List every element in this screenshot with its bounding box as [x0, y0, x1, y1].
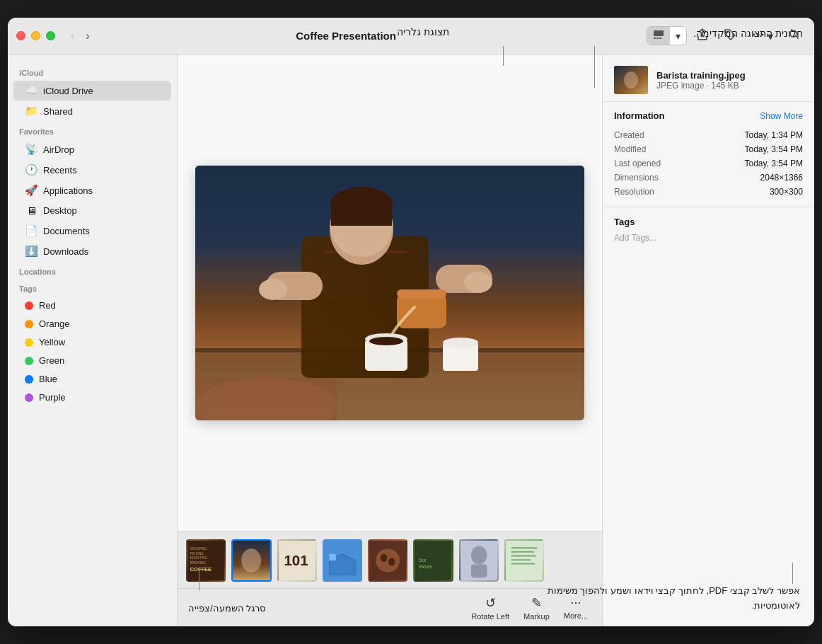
- svg-rect-29: [331, 205, 392, 226]
- svg-rect-59: [511, 563, 535, 564]
- sidebar-item-applications[interactable]: 🚀 Applications: [13, 180, 171, 200]
- preview-main: [178, 54, 602, 531]
- svg-rect-0: [654, 30, 664, 36]
- tag-button[interactable]: [718, 25, 742, 47]
- add-tags-input[interactable]: Add Tags...: [614, 233, 803, 243]
- documents-icon: 📄: [25, 224, 37, 237]
- rotate-left-label: Rotate Left: [471, 612, 509, 621]
- svg-rect-20: [397, 289, 446, 298]
- sidebar-item-shared-label: Shared: [43, 106, 73, 117]
- grid-view-button[interactable]: ▾: [670, 27, 686, 45]
- svg-rect-55: [511, 547, 537, 548]
- shared-icon: 📁: [25, 105, 37, 117]
- info-row-resolution: Resolution 300×300: [614, 185, 803, 199]
- file-name: Barista training.jpeg: [656, 70, 803, 81]
- svg-text:Values: Values: [419, 564, 433, 569]
- sidebar-item-tag-yellow[interactable]: Yellow: [13, 333, 171, 351]
- sidebar-item-icloud-drive-label: iCloud Drive: [43, 86, 93, 96]
- sidebar-item-tag-red[interactable]: Red: [13, 297, 171, 314]
- thumbnail-6[interactable]: Our Values: [413, 539, 453, 582]
- info-row-dimensions: Dimensions 2048×1366: [614, 171, 803, 185]
- svg-rect-1: [654, 38, 656, 39]
- sidebar-item-tag-purple[interactable]: Purple: [13, 389, 171, 406]
- thumbnail-5[interactable]: [368, 539, 407, 582]
- svg-point-4: [727, 31, 728, 33]
- info-label: Modified: [614, 144, 646, 154]
- sidebar-section-favorites: Favorites: [8, 122, 177, 139]
- info-row-created: Created Today, 1:34 PM: [614, 128, 803, 142]
- svg-point-45: [376, 548, 400, 573]
- svg-rect-57: [511, 555, 536, 556]
- share-button[interactable]: [691, 25, 714, 47]
- svg-text:PICKING: PICKING: [190, 551, 204, 555]
- sidebar-section-locations: Locations: [8, 262, 177, 279]
- svg-point-7: [761, 33, 763, 35]
- tag-label-red: Red: [39, 300, 56, 311]
- tag-label-purple: Purple: [39, 392, 66, 403]
- svg-rect-43: [329, 553, 335, 560]
- info-section-title: Information: [614, 110, 665, 121]
- rotate-left-button[interactable]: ↺ Rotate Left: [471, 595, 509, 621]
- rotate-left-icon: ↺: [485, 595, 496, 611]
- svg-text:GROWING: GROWING: [190, 547, 207, 551]
- thumbnail-1[interactable]: GROWING PICKING ROASTING BREWING COFFEE: [186, 539, 226, 582]
- close-button[interactable]: [16, 31, 25, 40]
- show-more-button[interactable]: Show More: [760, 111, 803, 121]
- titlebar: ‹ › Coffee Presentation ▾: [8, 18, 814, 54]
- svg-rect-3: [659, 38, 661, 39]
- sidebar-item-recents[interactable]: 🕐 Recents: [13, 160, 171, 180]
- minimize-button[interactable]: [31, 31, 40, 40]
- sidebar-item-desktop[interactable]: 🖥 Desktop: [13, 201, 171, 220]
- sidebar-item-tag-orange[interactable]: Orange: [13, 315, 171, 333]
- sidebar-item-documents[interactable]: 📄 Documents: [13, 221, 171, 241]
- thumbnail-2[interactable]: [231, 539, 271, 582]
- thumbnail-3[interactable]: 101: [277, 539, 317, 582]
- gallery-view-button[interactable]: [647, 27, 670, 45]
- svg-point-25: [443, 338, 478, 347]
- more-tools-button[interactable]: ··· More...: [564, 595, 588, 620]
- info-label: Dimensions: [614, 173, 659, 183]
- tag-label-orange: Orange: [39, 318, 69, 329]
- sidebar-section-tags: Tags: [8, 279, 177, 296]
- tags-section: Tags Add Tags...: [603, 208, 814, 251]
- thumbnail-7[interactable]: [459, 539, 499, 582]
- sidebar-item-shared[interactable]: 📁 Shared: [13, 101, 171, 121]
- sidebar-item-icloud-drive[interactable]: ☁️ iCloud Drive: [13, 81, 171, 100]
- file-preview-row: Barista training.jpeg JPEG image · 145 K…: [614, 66, 803, 94]
- info-section: Information Show More Created Today, 1:3…: [603, 102, 814, 208]
- info-label: Created: [614, 130, 644, 140]
- view-toggle: ▾: [647, 26, 687, 45]
- sidebar-item-airdrop[interactable]: 📡 AirDrop: [13, 139, 171, 159]
- sidebar-item-downloads[interactable]: ⬇️ Downloads: [13, 241, 171, 261]
- icloud-drive-icon: ☁️: [25, 84, 37, 97]
- sidebar-item-recents-label: Recents: [43, 165, 77, 176]
- more-tools-label: More...: [564, 611, 588, 620]
- svg-text:101: 101: [284, 552, 308, 568]
- sidebar-item-tag-blue[interactable]: Blue: [13, 370, 171, 388]
- tag-dot-red: [25, 301, 33, 310]
- tag-label-yellow: Yellow: [39, 337, 65, 347]
- more-tools-icon: ···: [570, 595, 581, 610]
- info-rows-container: Created Today, 1:34 PM Modified Today, 3…: [614, 128, 803, 199]
- svg-rect-19: [397, 293, 446, 328]
- thumbnail-4[interactable]: [323, 539, 362, 582]
- sidebar-item-documents-label: Documents: [43, 226, 90, 236]
- tag-dot-yellow: [25, 338, 33, 347]
- markup-button[interactable]: ✎ Markup: [523, 595, 550, 621]
- more-options-button[interactable]: ▾: [746, 25, 779, 47]
- sidebar-item-desktop-label: Desktop: [43, 205, 77, 216]
- info-value: 300×300: [770, 187, 803, 197]
- airdrop-icon: 📡: [25, 143, 37, 156]
- sidebar-item-downloads-label: Downloads: [43, 246, 88, 257]
- search-button[interactable]: [783, 25, 806, 47]
- inspector-panel: Barista training.jpeg JPEG image · 145 K…: [602, 54, 814, 626]
- preview-area: GROWING PICKING ROASTING BREWING COFFEE: [178, 54, 602, 626]
- tag-dot-green: [25, 357, 33, 365]
- sidebar-item-applications-label: Applications: [43, 185, 93, 196]
- svg-point-5: [753, 33, 755, 35]
- thumbnail-8[interactable]: [504, 539, 544, 582]
- svg-rect-58: [511, 559, 531, 560]
- sidebar-item-tag-green[interactable]: Green: [13, 352, 171, 369]
- svg-rect-53: [471, 564, 487, 577]
- svg-text:COFFEE: COFFEE: [190, 565, 212, 572]
